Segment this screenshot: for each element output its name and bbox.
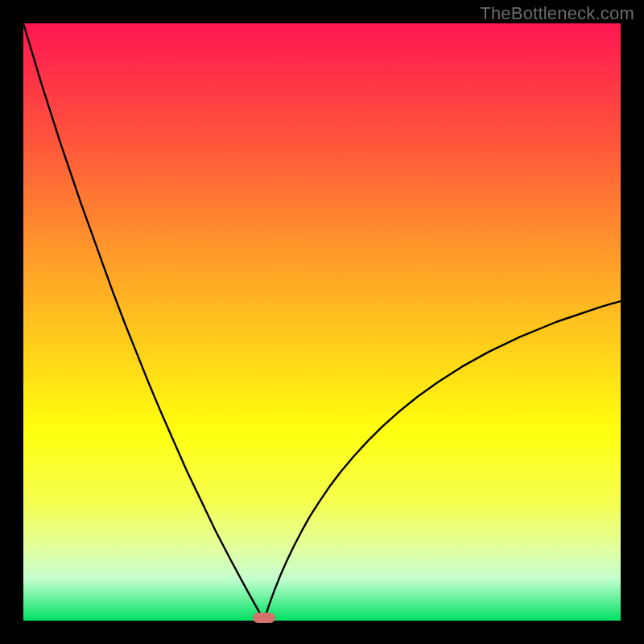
watermark-text: TheBottleneck.com [480,3,634,24]
optimal-point-marker [253,613,275,623]
bottleneck-curve [23,23,621,621]
